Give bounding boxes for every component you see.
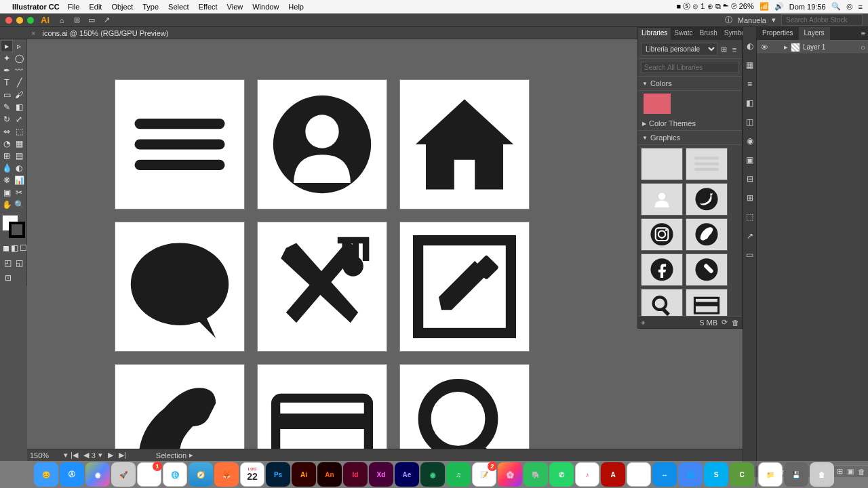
add-asset-icon[interactable]: + <box>641 319 645 327</box>
dock-chrome-canary[interactable]: 🌐 <box>678 462 703 487</box>
close-tab-icon[interactable]: × <box>31 29 35 37</box>
draw-normal[interactable]: ◰ <box>2 257 14 269</box>
shape-builder-tool[interactable]: ◔ <box>1 138 13 150</box>
dock-acrobat[interactable]: A <box>601 462 625 487</box>
zoom-level[interactable]: 150% <box>30 451 64 460</box>
home-icon[interactable]: ⌂ <box>56 15 67 26</box>
column-graph-tool[interactable]: 📊 <box>13 174 25 186</box>
document-tab[interactable]: × icons.ai @ 150% (RGB/GPU Preview) <box>31 29 168 37</box>
color-panel-icon[interactable]: ◐ <box>745 41 755 52</box>
wifi-icon[interactable]: 📶 <box>760 2 769 11</box>
width-tool[interactable]: ⇔ <box>1 125 13 138</box>
dock-folder[interactable]: 📁 <box>758 462 783 487</box>
menu-window[interactable]: Window <box>252 3 279 11</box>
graphic-styles-icon[interactable]: ▣ <box>745 155 755 165</box>
user-dropdown[interactable]: ▾ <box>772 16 776 24</box>
screen-mode[interactable]: ⊡ <box>2 272 14 284</box>
section-graphics[interactable]: ▼Graphics <box>638 131 742 145</box>
library-selector[interactable]: Libreria personale <box>641 43 717 56</box>
dock-illustrator[interactable]: Ai <box>292 462 316 487</box>
app-name[interactable]: Illustrator CC <box>12 3 60 11</box>
gradient-tool[interactable]: ▤ <box>13 150 25 162</box>
stroke-swatch[interactable] <box>9 222 25 238</box>
type-tool[interactable]: T <box>1 77 13 89</box>
dock-animate[interactable]: An <box>317 462 342 487</box>
asset-export-icon[interactable]: ↗ <box>745 230 755 241</box>
scale-tool[interactable]: ⤢ <box>13 113 25 125</box>
menu-select[interactable]: Select <box>168 3 189 11</box>
grid-view-icon[interactable]: ⊞ <box>719 45 728 54</box>
help-icon[interactable]: ⓘ <box>725 15 732 25</box>
eyedropper-tool[interactable]: 💧 <box>1 162 13 174</box>
direct-selection-tool[interactable]: ▹ <box>13 40 25 52</box>
sync-icon[interactable]: ⟳ <box>722 318 728 327</box>
shaper-tool[interactable]: ✎ <box>1 101 13 113</box>
window-controls[interactable] <box>5 17 34 24</box>
graphic-card[interactable] <box>686 289 728 316</box>
graphic-twitter[interactable] <box>686 183 728 216</box>
dock-photoshop[interactable]: Ps <box>266 462 290 487</box>
artboard-home-icon[interactable] <box>400 80 529 209</box>
artboard-dropdown-icon[interactable]: ▾ <box>96 451 105 460</box>
dock-whatsapp[interactable]: ✆ <box>549 462 574 487</box>
menu-view[interactable]: View <box>227 3 243 11</box>
artboard-phone-icon[interactable] <box>115 365 244 449</box>
artboard-card-icon[interactable] <box>258 365 387 449</box>
dock-aftereffects[interactable]: Ae <box>395 462 419 487</box>
dock-siri[interactable]: ◉ <box>85 462 110 487</box>
notification-icon[interactable]: ≡ <box>859 3 863 11</box>
dock-appstore[interactable]: Ⓐ <box>60 462 84 487</box>
close-window[interactable] <box>5 17 12 24</box>
dock-chrome[interactable]: 🌐 <box>163 462 187 487</box>
maximize-window[interactable] <box>27 17 34 24</box>
tab-swatches[interactable]: Swatc <box>671 28 696 40</box>
tab-properties[interactable]: Properties <box>757 27 799 40</box>
last-artboard-icon[interactable]: ▶| <box>116 451 129 460</box>
graphic-menu[interactable] <box>686 148 728 180</box>
dock-indesign[interactable]: Id <box>343 462 368 487</box>
menu-help[interactable]: Help <box>288 3 304 11</box>
curvature-tool[interactable]: 〰 <box>13 64 25 77</box>
dock-firefox[interactable]: 🦊 <box>214 462 239 487</box>
graphic-pencil-circle[interactable] <box>686 253 728 286</box>
more-icon[interactable]: ↗ <box>101 15 112 26</box>
mesh-tool[interactable]: ⊞ <box>1 150 13 162</box>
target-icon[interactable]: ○ <box>861 43 865 52</box>
dock-finder[interactable]: 😊 <box>34 462 58 487</box>
tool-dropdown-icon[interactable]: ▸ <box>189 451 193 460</box>
stroke-panel-icon[interactable]: ≡ <box>745 79 755 89</box>
transform-panel-icon[interactable]: ⬚ <box>745 211 755 222</box>
dock-safari[interactable]: 🧭 <box>189 462 213 487</box>
artboard-food-icon[interactable] <box>258 222 387 351</box>
stock-search[interactable] <box>781 14 863 26</box>
transparency-panel-icon[interactable]: ◫ <box>745 117 755 127</box>
first-artboard-icon[interactable]: |◀ <box>68 451 81 460</box>
dock-calendar[interactable]: LUG22 <box>240 462 264 487</box>
color-swatch-pink[interactable] <box>644 94 671 114</box>
pathfinder-panel-icon[interactable]: ⊞ <box>745 192 755 203</box>
artboard-edit-icon[interactable] <box>400 222 529 351</box>
artboard-tool[interactable]: ▣ <box>1 186 13 199</box>
dock-launchpad[interactable]: 🚀 <box>111 462 136 487</box>
free-transform-tool[interactable]: ⬚ <box>13 125 25 138</box>
artboards-panel-icon[interactable]: ▭ <box>745 249 755 260</box>
prev-artboard-icon[interactable]: ◀ <box>81 451 92 460</box>
align-panel-icon[interactable]: ⊟ <box>745 174 755 184</box>
tab-layers[interactable]: Layers <box>799 27 830 40</box>
menu-type[interactable]: Type <box>142 3 159 11</box>
eraser-tool[interactable]: ◧ <box>13 101 25 113</box>
tab-libraries[interactable]: Libraries <box>638 28 671 40</box>
menu-effect[interactable]: Effect <box>199 3 218 11</box>
zoom-tool[interactable]: 🔍 <box>13 199 25 211</box>
dock-notes[interactable]: 📝2 <box>472 462 496 487</box>
artboard-chat-icon[interactable] <box>115 222 244 351</box>
list-view-icon[interactable]: ≡ <box>730 45 739 54</box>
artboard-search-icon[interactable] <box>400 365 529 449</box>
dock-spotify[interactable]: ♫ <box>446 462 471 487</box>
dock-teamviewer[interactable]: ↔ <box>652 462 677 487</box>
fill-stroke-swatches[interactable] <box>1 214 26 241</box>
graphic-search[interactable] <box>641 289 683 316</box>
expand-icon[interactable]: ▸ <box>784 43 788 52</box>
menu-object[interactable]: Object <box>111 3 133 11</box>
rotate-tool[interactable]: ↻ <box>1 113 13 125</box>
